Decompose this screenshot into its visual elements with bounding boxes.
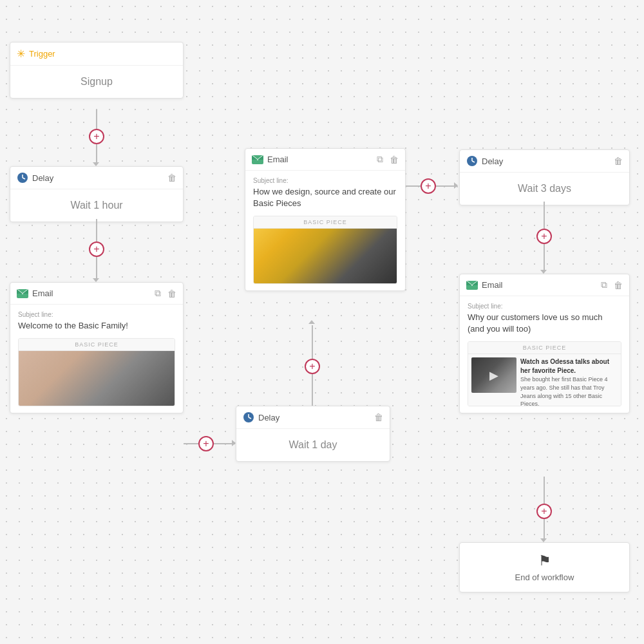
delay3-body: Wait 3 days	[460, 173, 629, 205]
email1-trash-icon[interactable]: 🗑	[167, 289, 176, 299]
email3-copy-icon[interactable]: ⧉	[601, 279, 607, 290]
arrow-up-to-email2	[308, 320, 315, 324]
delay2-icon	[243, 412, 254, 423]
video-description: Watch as Odessa talks about her favorite…	[520, 357, 618, 402]
delay1-header: Delay 🗑	[10, 167, 183, 189]
email3-subject: Why our customers love us so much (and y…	[468, 312, 621, 335]
email1-subject: Welcome to the Basic Family!	[18, 320, 175, 332]
email3-preview-brand: BASIC PIECE	[468, 342, 621, 354]
line-email3-to-add5	[544, 477, 545, 504]
add-button-5[interactable]: +	[536, 504, 552, 519]
line-add1-to-delay1	[96, 144, 97, 164]
video-image	[471, 357, 516, 393]
add-button-4[interactable]: +	[536, 229, 552, 244]
workflow-canvas: ✳ Trigger Signup + Delay 🗑 Wait 1 hour +	[0, 0, 644, 644]
email3-icon	[466, 281, 478, 290]
email1-preview-image	[19, 351, 175, 406]
email2-icon	[252, 155, 263, 164]
line-delay3-to-add4	[544, 202, 545, 229]
delay3-icon	[466, 155, 478, 167]
email3-body: Subject line: Why our customers love us …	[460, 296, 629, 413]
delay2-label: Delay	[258, 413, 370, 422]
line-add4-to-email3	[544, 244, 545, 271]
email1-header: Email ⧉ 🗑	[10, 283, 183, 305]
email1-card: Email ⧉ 🗑 Subject line: Welcome to the B…	[10, 282, 184, 413]
email2-copy-icon[interactable]: ⧉	[377, 154, 383, 165]
trigger-icon: ✳	[17, 48, 25, 60]
delay1-icon	[17, 172, 28, 184]
email2-preview-brand: BASIC PIECE	[254, 216, 397, 229]
email2-card: Email ⧉ 🗑 Subject line: How we design, s…	[245, 148, 406, 291]
add-button-3[interactable]: +	[305, 359, 320, 374]
email2-header: Email ⧉ 🗑	[245, 149, 405, 171]
email3-card: Email ⧉ 🗑 Subject line: Why our customer…	[459, 274, 630, 413]
email1-copy-icon[interactable]: ⧉	[155, 288, 161, 299]
email2-label: Email	[267, 155, 373, 164]
email1-preview-brand: BASIC PIECE	[19, 339, 175, 351]
line-add5-to-end	[544, 519, 545, 540]
delay3-label: Delay	[482, 156, 610, 166]
email2-body: Subject line: How we design, source and …	[245, 171, 405, 290]
delay2-value: Wait 1 day	[289, 439, 337, 450]
line-delay1-to-add2	[96, 219, 97, 242]
add-button-h2[interactable]: +	[421, 178, 436, 194]
email1-icon	[17, 289, 28, 298]
delay1-label: Delay	[32, 173, 164, 183]
trigger-card: ✳ Trigger Signup	[10, 42, 184, 99]
email2-subject: How we design, source and create our Bas…	[253, 186, 397, 209]
delay1-trash-icon[interactable]: 🗑	[167, 173, 176, 183]
email2-trash-icon[interactable]: 🗑	[390, 155, 399, 165]
trigger-label: Trigger	[29, 49, 55, 59]
email1-subject-prefix: Subject line:	[18, 311, 175, 318]
email3-preview-image: Watch as Odessa talks about her favorite…	[468, 354, 621, 406]
email3-label: Email	[482, 280, 597, 290]
delay2-card: Delay 🗑 Wait 1 day	[236, 406, 390, 462]
hands-image	[254, 229, 397, 283]
line-add2-to-email1	[96, 257, 97, 279]
email2-preview: BASIC PIECE	[253, 216, 397, 284]
delay1-card: Delay 🗑 Wait 1 hour	[10, 166, 184, 222]
arrow-to-delay3	[454, 182, 458, 189]
email3-header: Email ⧉ 🗑	[460, 274, 629, 296]
add-button-1[interactable]: +	[89, 129, 104, 144]
email1-label: Email	[32, 289, 151, 298]
delay2-trash-icon[interactable]: 🗑	[374, 412, 383, 422]
add-button-h1[interactable]: +	[198, 436, 214, 451]
end-label: End of workflow	[466, 573, 623, 582]
delay3-header: Delay 🗑	[460, 150, 629, 173]
delay3-value: Wait 3 days	[518, 183, 571, 194]
delay3-card: Delay 🗑 Wait 3 days	[459, 149, 630, 205]
end-of-workflow-card: ⚑ End of workflow	[459, 542, 630, 592]
trigger-signup-label: Signup	[80, 76, 113, 87]
delay1-body: Wait 1 hour	[10, 189, 183, 222]
email2-subject-prefix: Subject line:	[253, 177, 397, 184]
email3-subject-prefix: Subject line:	[468, 303, 621, 310]
email1-body: Subject line: Welcome to the Basic Famil…	[10, 305, 183, 413]
video-thumbnail	[471, 357, 516, 393]
end-icon: ⚑	[466, 553, 623, 569]
add-button-2[interactable]: +	[89, 242, 104, 257]
delay2-header: Delay 🗑	[236, 406, 390, 429]
email1-preview: BASIC PIECE	[18, 338, 175, 406]
trigger-body: Signup	[10, 66, 183, 98]
email2-preview-image	[254, 229, 397, 283]
line-add3-to-email2	[312, 325, 313, 361]
fashion-image	[19, 351, 175, 406]
line-trigger-to-add1	[96, 109, 97, 129]
delay2-body: Wait 1 day	[236, 429, 390, 461]
email3-trash-icon[interactable]: 🗑	[614, 280, 623, 290]
delay3-trash-icon[interactable]: 🗑	[614, 156, 623, 166]
delay1-value: Wait 1 hour	[70, 200, 122, 211]
trigger-header: ✳ Trigger	[10, 43, 183, 66]
email3-preview: BASIC PIECE Watch as Odessa talks about …	[468, 341, 621, 406]
